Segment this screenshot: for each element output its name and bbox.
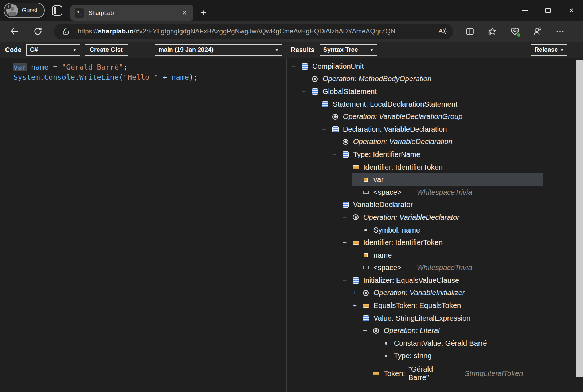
collapse-icon[interactable]: −	[332, 150, 343, 158]
tab-close-icon[interactable]: ✕	[179, 8, 190, 18]
tree-row[interactable]: <space>WhitespaceTrivia	[287, 262, 583, 274]
code-token: +	[158, 73, 171, 82]
tree-row-label: Identifier: IdentifierToken	[363, 163, 443, 171]
token-value: "Gérald Barré"	[408, 365, 449, 382]
tree-row[interactable]: −CompilationUnit	[287, 60, 583, 73]
tree-row[interactable]: +Operation: VariableInitializer	[287, 287, 583, 300]
create-gist-button[interactable]: Create Gist	[85, 44, 128, 56]
tree-row[interactable]: Operation: VariableDeclarationGroup	[287, 110, 583, 123]
window-controls: ✕	[513, 0, 583, 21]
operation-icon	[343, 139, 348, 145]
collapse-icon[interactable]: −	[312, 100, 322, 108]
tree-row[interactable]: Token:"Gérald Barré"StringLiteralToken	[287, 362, 583, 385]
tree-row[interactable]: −VariableDeclarator	[287, 199, 583, 211]
collapse-icon[interactable]: −	[343, 163, 353, 171]
tree-row[interactable]: ConstantValue: Gérald Barré	[287, 337, 583, 350]
collapse-icon[interactable]: −	[343, 276, 353, 284]
browser-essentials-button[interactable]	[504, 27, 526, 36]
node-icon	[312, 88, 318, 95]
expand-icon[interactable]: +	[353, 302, 363, 310]
tree-icon-slot	[353, 165, 363, 169]
trivia-kind-label: WhitespaceTrivia	[417, 264, 472, 272]
collapse-icon[interactable]: −	[353, 314, 363, 322]
collapse-icon[interactable]: −	[343, 239, 353, 247]
language-select[interactable]: C# ▼	[26, 44, 80, 56]
results-label: Results	[291, 46, 314, 54]
value-icon	[364, 178, 368, 182]
tree-row[interactable]: −Declaration: VariableDeclaration	[287, 123, 583, 136]
split-screen-button[interactable]	[458, 27, 481, 36]
tree-row[interactable]: Operation: MethodBodyOperation	[287, 73, 583, 86]
tree-row-label: Operation: MethodBodyOperation	[322, 75, 431, 83]
tree-icon-slot	[343, 139, 353, 145]
favorites-button[interactable]	[481, 27, 504, 36]
tree-row[interactable]: Operation: VariableDeclaration	[287, 136, 583, 149]
tree-icon-slot	[383, 342, 394, 345]
split-screen-icon	[465, 27, 474, 36]
read-aloud-icon: A	[439, 28, 443, 35]
close-button[interactable]: ✕	[560, 0, 583, 21]
branch-select[interactable]: main (19 Jan 2024) ▼	[155, 44, 282, 56]
scrollbar-thumb[interactable]	[576, 60, 583, 377]
tree-row-label: ConstantValue: Gérald Barré	[394, 339, 487, 348]
tree-icon-slot	[363, 266, 373, 269]
tree-row[interactable]: −Identifier: IdentifierToken	[287, 161, 583, 174]
tree-row[interactable]: +EqualsToken: EqualsToken	[287, 299, 583, 312]
operation-icon	[363, 290, 369, 296]
tree-icon-slot	[363, 253, 373, 257]
token-icon	[353, 165, 359, 169]
tree-row-label: name	[373, 251, 392, 260]
address-bar[interactable]: https://sharplab.io/#v2:EYLgtghglgdgNAFx…	[54, 24, 453, 39]
tree-row[interactable]: <space>WhitespaceTrivia	[287, 186, 583, 199]
collapse-icon[interactable]: −	[302, 87, 312, 95]
tree-row[interactable]: −Identifier: IdentifierToken	[287, 236, 583, 249]
essentials-status-dot	[517, 33, 520, 37]
tree-icon-slot	[363, 191, 373, 194]
tree-row[interactable]: −Value: StringLiteralExpression	[287, 312, 583, 325]
profile-button[interactable]: ? Guest	[4, 3, 45, 18]
build-config-select[interactable]: Release ▼	[531, 44, 567, 56]
tree-row[interactable]: −GlobalStatement	[287, 85, 583, 98]
back-button[interactable]	[9, 25, 20, 37]
tree-row[interactable]: −Statement: LocalDeclarationStatement	[287, 98, 583, 111]
url-text: https://sharplab.io/#v2:EYLgtghglgdgNAFx…	[78, 28, 439, 35]
guest-avatar-icon: ?	[6, 4, 18, 16]
code-token: Console	[44, 73, 75, 82]
collapse-icon[interactable]: −	[332, 201, 343, 209]
refresh-button[interactable]	[32, 25, 44, 37]
code-editor[interactable]: var name = "Gérald Barré";System.Console…	[0, 58, 286, 392]
tree-row[interactable]: Symbol: name	[287, 224, 583, 237]
collapse-icon[interactable]: −	[292, 62, 302, 70]
operation-icon	[332, 114, 338, 120]
chevron-down-icon: ▼	[367, 48, 373, 52]
new-tab-button[interactable]: +	[197, 5, 210, 21]
tree-row[interactable]: var	[287, 173, 583, 186]
collapse-icon[interactable]: −	[322, 125, 332, 133]
tree-row[interactable]: −Operation: VariableDeclarator	[287, 211, 583, 224]
read-aloud-button[interactable]: A	[439, 28, 447, 35]
browser-tab-sharplab[interactable]: ?. SharpLab ✕	[70, 5, 193, 21]
tree-row[interactable]: −Initializer: EqualsValueClause	[287, 274, 583, 287]
results-view-select[interactable]: Syntax Tree ▼	[320, 44, 377, 56]
syntax-tree: −CompilationUnitOperation: MethodBodyOpe…	[287, 60, 583, 385]
tree-row[interactable]: −Operation: Literal	[287, 324, 583, 337]
tree-row-label: Type: string	[394, 352, 431, 360]
collapse-icon[interactable]: −	[343, 213, 353, 221]
tree-row[interactable]: name	[287, 249, 583, 262]
bullet-icon	[385, 342, 387, 345]
favorites-star-icon	[488, 27, 497, 36]
tree-icon-slot	[373, 328, 384, 334]
expand-icon[interactable]: +	[353, 289, 363, 297]
maximize-button[interactable]	[536, 0, 560, 21]
collapse-icon[interactable]: −	[363, 327, 373, 335]
code-token: "Gérald Barré"	[62, 63, 123, 71]
tree-icon-slot	[343, 151, 353, 158]
profile-menu-button[interactable]	[526, 27, 549, 36]
tree-row[interactable]: −Type: IdentifierName	[287, 148, 583, 161]
operation-icon	[373, 328, 379, 334]
tree-row-label: Type: IdentifierName	[353, 150, 420, 159]
tree-row[interactable]: Type: string	[287, 350, 583, 363]
tab-actions-icon[interactable]	[52, 5, 62, 16]
minimize-button[interactable]	[513, 0, 536, 21]
settings-menu-button[interactable]	[549, 27, 571, 36]
